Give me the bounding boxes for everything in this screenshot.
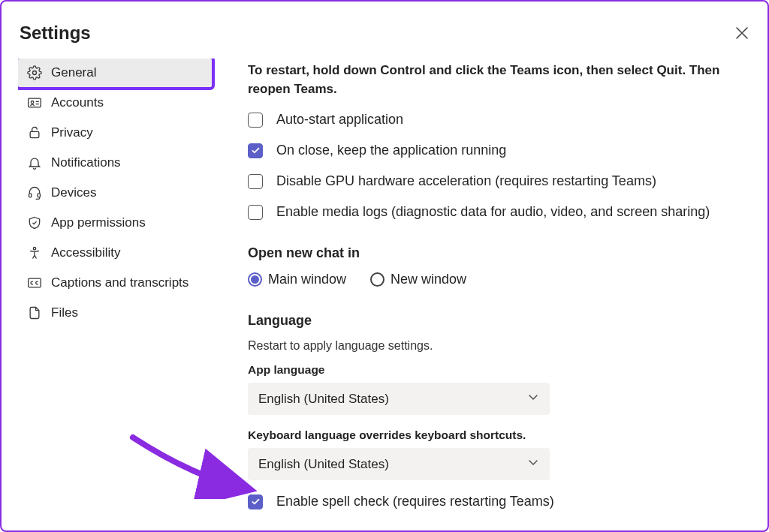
restart-note: To restart, hold down Control and click …: [248, 62, 743, 98]
checkbox[interactable]: [248, 174, 263, 189]
svg-rect-4: [29, 194, 32, 197]
headset-icon: [27, 185, 42, 200]
radio-main-window[interactable]: Main window: [248, 272, 346, 287]
setting-media-logs[interactable]: Enable media logs (diagnostic data for a…: [248, 204, 751, 220]
sidebar-item-accessibility[interactable]: Accessibility: [18, 239, 212, 267]
checkbox[interactable]: [248, 494, 263, 509]
checkbox[interactable]: [248, 205, 263, 220]
check-icon: [251, 146, 261, 155]
sidebar-item-privacy[interactable]: Privacy: [18, 119, 212, 147]
app-language-label: App language: [248, 363, 751, 377]
sidebar-item-label: Privacy: [51, 125, 93, 140]
close-icon: [735, 26, 749, 40]
svg-rect-3: [30, 131, 39, 137]
checkbox[interactable]: [248, 113, 263, 128]
sidebar-item-label: Accessibility: [51, 245, 121, 260]
svg-point-0: [33, 71, 37, 75]
chevron-down-icon: [527, 456, 539, 472]
svg-rect-5: [38, 194, 40, 197]
section-language-heading: Language: [248, 313, 751, 329]
sidebar-item-label: General: [51, 65, 96, 80]
radio-button[interactable]: [370, 272, 384, 287]
checkbox-label: Disable GPU hardware acceleration (requi…: [276, 173, 656, 189]
svg-point-2: [31, 101, 33, 104]
shield-icon: [27, 215, 42, 230]
checkbox-label: Enable spell check (requires restarting …: [276, 494, 554, 509]
sidebar: General Accounts Privacy Notifications: [18, 59, 212, 515]
checkbox-label: Auto-start application: [276, 112, 403, 128]
person-icon: [27, 245, 42, 260]
file-icon: [27, 305, 42, 320]
id-card-icon: [27, 95, 42, 110]
setting-disable-gpu[interactable]: Disable GPU hardware acceleration (requi…: [248, 173, 751, 189]
sidebar-item-notifications[interactable]: Notifications: [18, 149, 212, 177]
radio-label: Main window: [268, 272, 346, 287]
kb-language-dropdown[interactable]: English (United States): [248, 448, 550, 480]
radio-label: New window: [391, 272, 466, 287]
main-panel: To restart, hold down Control and click …: [212, 59, 751, 515]
dialog-header: Settings: [18, 23, 751, 44]
bell-icon: [27, 155, 42, 170]
sidebar-item-label: Notifications: [51, 155, 121, 170]
svg-rect-1: [29, 98, 41, 107]
section-open-chat-heading: Open new chat in: [248, 245, 751, 261]
lock-icon: [27, 125, 42, 140]
checkbox-label: Enable media logs (diagnostic data for a…: [276, 204, 710, 220]
close-button[interactable]: [733, 24, 751, 42]
checkbox-label: On close, keep the application running: [276, 143, 506, 158]
sidebar-item-captions[interactable]: Captions and transcripts: [18, 269, 212, 297]
sidebar-item-label: Files: [51, 305, 78, 320]
setting-autostart[interactable]: Auto-start application: [248, 112, 751, 128]
language-subtitle: Restart to apply language settings.: [248, 339, 751, 353]
sidebar-item-label: Captions and transcripts: [51, 275, 188, 290]
sidebar-item-label: App permissions: [51, 215, 146, 230]
sidebar-item-devices[interactable]: Devices: [18, 179, 212, 207]
cc-icon: [27, 275, 42, 290]
checkbox[interactable]: [248, 143, 263, 158]
open-chat-radio-group: Main window New window: [248, 272, 751, 287]
sidebar-item-accounts[interactable]: Accounts: [18, 89, 212, 117]
svg-rect-7: [29, 278, 41, 287]
radio-button[interactable]: [248, 272, 262, 287]
app-language-dropdown[interactable]: English (United States): [248, 383, 550, 415]
kb-language-label: Keyboard language overrides keyboard sho…: [248, 428, 751, 442]
sidebar-item-label: Devices: [51, 185, 96, 200]
radio-new-window[interactable]: New window: [370, 272, 466, 287]
svg-point-6: [33, 248, 35, 250]
check-icon: [251, 497, 261, 506]
dialog-content: General Accounts Privacy Notifications: [18, 59, 751, 515]
dropdown-value: English (United States): [258, 392, 389, 407]
page-title: Settings: [20, 23, 91, 44]
setting-keep-running[interactable]: On close, keep the application running: [248, 143, 751, 158]
sidebar-item-general[interactable]: General: [18, 59, 212, 87]
sidebar-item-label: Accounts: [51, 95, 104, 110]
sidebar-item-app-permissions[interactable]: App permissions: [18, 209, 212, 237]
sidebar-item-files[interactable]: Files: [18, 299, 212, 327]
setting-spellcheck[interactable]: Enable spell check (requires restarting …: [248, 494, 751, 509]
gear-icon: [27, 65, 42, 80]
settings-dialog: Settings General Accounts: [0, 0, 769, 532]
chevron-down-icon: [527, 391, 539, 407]
dropdown-value: English (United States): [258, 457, 389, 472]
